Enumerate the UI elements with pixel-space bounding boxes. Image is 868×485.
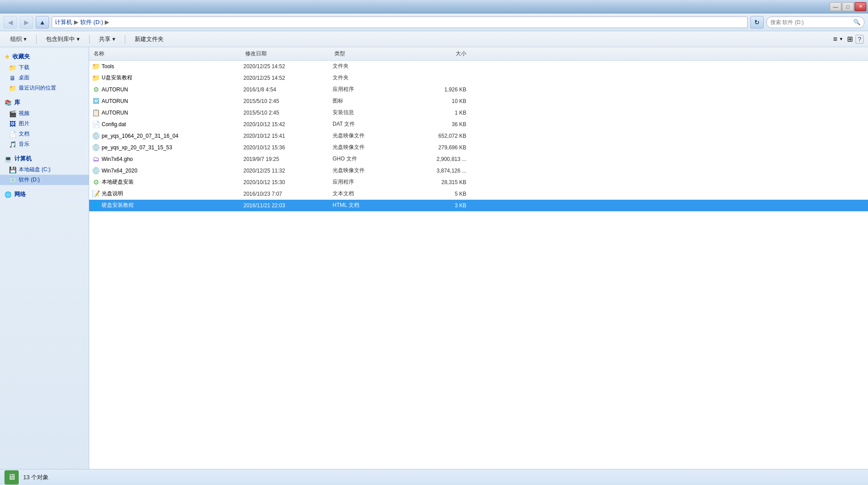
share-chevron-icon: ▾: [112, 36, 115, 42]
video-label: 视频: [19, 110, 29, 117]
computer-header[interactable]: 💻 计算机: [0, 153, 89, 164]
file-size: 28,315 KB: [413, 179, 475, 185]
file-type: 应用程序: [333, 86, 413, 93]
sidebar-item-software-d[interactable]: 💿 软件 (D:): [0, 175, 89, 185]
include-library-button[interactable]: 包含到库中 ▾: [40, 33, 86, 45]
file-name: AUTORUN: [102, 86, 243, 93]
breadcrumb-computer[interactable]: 计算机: [55, 18, 72, 26]
file-type: 应用程序: [333, 178, 413, 186]
table-row[interactable]: 🗂 Win7x64.gho 2019/9/7 19:25 GHO 文件 2,90…: [89, 153, 868, 165]
include-library-chevron-icon: ▾: [77, 36, 80, 42]
table-row[interactable]: 📁 Tools 2020/12/25 14:52 文件夹: [89, 61, 868, 72]
table-row[interactable]: 📝 光盘说明 2016/10/23 7:07 文本文档 5 KB: [89, 188, 868, 200]
table-row[interactable]: 💿 Win7x64_2020 2020/12/25 11:32 光盘映像文件 3…: [89, 165, 868, 177]
table-row[interactable]: ⚙ 本地硬盘安装 2020/10/12 15:30 应用程序 28,315 KB: [89, 177, 868, 188]
network-icon: 🌐: [4, 191, 12, 198]
favorites-section: ★ 收藏夹 📁 下载 🖥 桌面 📁 最近访问的位置: [0, 51, 89, 93]
sidebar-item-recent[interactable]: 📁 最近访问的位置: [0, 83, 89, 93]
col-header-type[interactable]: 类型: [333, 50, 413, 58]
file-type: 文件夹: [333, 74, 413, 82]
col-header-date[interactable]: 修改日期: [243, 50, 333, 58]
file-type: GHO 文件: [333, 155, 413, 163]
sidebar-item-images[interactable]: 🖼 图片: [0, 119, 89, 129]
table-row[interactable]: 💿 pe_yqs_xp_20_07_31_15_53 2020/10/12 15…: [89, 142, 868, 153]
status-bar: 🖥 13 个对象: [0, 469, 868, 485]
file-name: Win7x64_2020: [102, 168, 243, 174]
docs-label: 文档: [19, 130, 29, 138]
maximize-button[interactable]: □: [842, 2, 854, 11]
search-input[interactable]: [770, 19, 852, 25]
table-row[interactable]: 💿 pe_yqs_1064_20_07_31_16_04 2020/10/12 …: [89, 130, 868, 142]
file-icon: 📝: [92, 190, 100, 198]
video-icon: 🎬: [9, 110, 16, 117]
refresh-button[interactable]: ↻: [750, 16, 764, 29]
window-controls: — □ ✕: [830, 2, 866, 11]
title-bar: — □ ✕: [0, 0, 868, 13]
sidebar-item-music[interactable]: 🎵 音乐: [0, 139, 89, 149]
help-icon[interactable]: ?: [856, 35, 864, 44]
table-row[interactable]: ⚙ AUTORUN 2016/1/8 4:54 应用程序 1,926 KB: [89, 84, 868, 95]
close-button[interactable]: ✕: [855, 2, 866, 11]
breadcrumb-drive[interactable]: 软件 (D:): [80, 18, 103, 26]
file-size: 652,072 KB: [413, 133, 475, 139]
file-icon: ⚙: [92, 86, 100, 94]
network-header[interactable]: 🌐 网络: [0, 189, 89, 200]
file-icon: 📋: [92, 109, 100, 117]
file-icon: 🖼: [92, 97, 100, 105]
file-icon: ⚙: [92, 178, 100, 186]
toolbar-separator-2: [89, 35, 90, 44]
file-date: 2016/10/23 7:07: [243, 191, 333, 197]
main-layout: ★ 收藏夹 📁 下载 🖥 桌面 📁 最近访问的位置 📚 库 🎬: [0, 47, 868, 469]
file-type: 安装信息: [333, 109, 413, 116]
breadcrumb-bar: 计算机 ▶ 软件 (D:) ▶: [52, 16, 748, 28]
favorites-header[interactable]: ★ 收藏夹: [0, 51, 89, 62]
sidebar-item-video[interactable]: 🎬 视频: [0, 108, 89, 119]
view-size-icon[interactable]: ⊞: [847, 35, 853, 43]
share-button[interactable]: 共享 ▾: [93, 33, 121, 45]
file-icon: 📁: [92, 62, 100, 70]
file-date: 2020/10/12 15:42: [243, 121, 333, 127]
sidebar-item-docs[interactable]: 📄 文档: [0, 129, 89, 139]
col-header-name[interactable]: 名称: [92, 50, 243, 58]
file-date: 2016/11/21 22:03: [243, 202, 333, 209]
view-chevron-icon[interactable]: ▾: [840, 36, 843, 42]
network-section: 🌐 网络: [0, 189, 89, 200]
file-date: 2020/12/25 14:52: [243, 75, 333, 81]
sidebar-item-local-c[interactable]: 💾 本地磁盘 (C:): [0, 164, 89, 175]
include-library-label: 包含到库中: [46, 35, 75, 43]
computer-label: 计算机: [14, 155, 32, 163]
library-header[interactable]: 📚 库: [0, 97, 89, 108]
view-icon[interactable]: ≡: [833, 35, 837, 43]
sidebar-item-desktop[interactable]: 🖥 桌面: [0, 73, 89, 83]
content-area: 名称 修改日期 类型 大小 📁 Tools 2020/12/25 14:52 文…: [89, 47, 868, 469]
organize-label: 组织: [10, 35, 22, 43]
recent-icon: 📁: [9, 85, 16, 92]
minimize-button[interactable]: —: [830, 2, 841, 11]
file-type: 图标: [333, 97, 413, 105]
table-row[interactable]: 🌐 硬盘安装教程 2016/11/21 22:03 HTML 文档 3 KB: [89, 200, 868, 211]
table-row[interactable]: 📁 U盘安装教程 2020/12/25 14:52 文件夹: [89, 72, 868, 84]
file-date: 2019/9/7 19:25: [243, 156, 333, 162]
table-row[interactable]: 📋 AUTORUN 2015/5/10 2:45 安装信息 1 KB: [89, 107, 868, 119]
forward-button[interactable]: ▶: [20, 16, 33, 29]
toolbar: 组织 ▾ 包含到库中 ▾ 共享 ▾ 新建文件夹 ≡ ▾ ⊞ ?: [0, 31, 868, 47]
search-icon: 🔍: [853, 19, 860, 25]
local-c-icon: 💾: [9, 166, 16, 173]
col-header-size[interactable]: 大小: [413, 50, 475, 58]
file-size: 2,900,813 ...: [413, 156, 475, 162]
back-button[interactable]: ◀: [4, 16, 17, 29]
file-icon: 💿: [92, 144, 100, 152]
file-name: AUTORUN: [102, 110, 243, 116]
desktop-icon: 🖥: [9, 74, 16, 82]
file-name: Config.dat: [102, 121, 243, 127]
table-row[interactable]: 📄 Config.dat 2020/10/12 15:42 DAT 文件 36 …: [89, 119, 868, 130]
library-section: 📚 库 🎬 视频 🖼 图片 📄 文档 🎵 音乐: [0, 97, 89, 149]
up-button[interactable]: ▲: [36, 16, 49, 29]
breadcrumb-sep-1: ▶: [74, 19, 78, 25]
new-folder-button[interactable]: 新建文件夹: [129, 33, 169, 45]
table-row[interactable]: 🖼 AUTORUN 2015/5/10 2:45 图标 10 KB: [89, 95, 868, 107]
organize-button[interactable]: 组织 ▾: [4, 33, 33, 45]
file-type: 光盘映像文件: [333, 132, 413, 140]
sidebar-item-downloads[interactable]: 📁 下载: [0, 62, 89, 73]
file-icon: 🗂: [92, 155, 100, 163]
